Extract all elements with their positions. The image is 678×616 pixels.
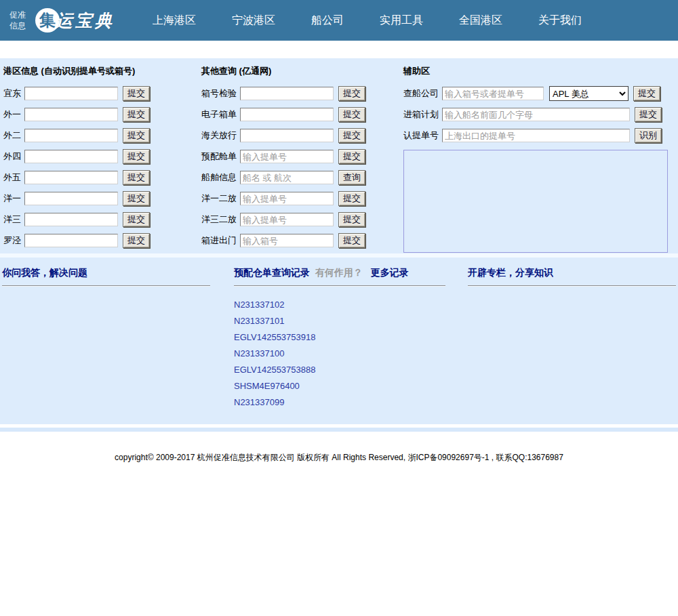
other-row-label: 箱进出门 xyxy=(201,234,237,247)
gate-inout-input[interactable] xyxy=(240,234,334,247)
record-link[interactable]: SHSM4E976400 xyxy=(234,378,445,394)
other-row-customs-release: 海关放行 提交 xyxy=(201,128,399,143)
bl-recognize-input[interactable] xyxy=(442,129,630,142)
port-submit-waiwu[interactable]: 提交 xyxy=(123,170,150,185)
nav-links: 上海港区 宁波港区 船公司 实用工具 全国港区 关于我们 xyxy=(153,14,618,28)
yang1-release-input[interactable] xyxy=(240,192,334,205)
other-row-container-check: 箱号检验 提交 xyxy=(201,86,399,101)
port-submit-yangsan[interactable]: 提交 xyxy=(123,212,150,227)
qa-title: 你问我答，解决问题 xyxy=(2,267,210,279)
port-submit-yidong[interactable]: 提交 xyxy=(123,86,150,101)
auxiliary-column: 辅助区 查船公司 APL 美总 提交 进箱计划 提交 认提单号 识别 xyxy=(403,64,673,149)
qa-column: 你问我答，解决问题 xyxy=(2,267,210,287)
port-submit-waiyi[interactable]: 提交 xyxy=(123,107,150,122)
port-row-yangyi: 洋一 提交 xyxy=(3,191,199,206)
port-row-label: 罗泾 xyxy=(3,234,21,247)
ship-company-submit[interactable]: 提交 xyxy=(633,86,660,101)
records-list: N231337102 N231337101 EGLV142553753918 N… xyxy=(234,297,445,411)
aux-row-label: 认提单号 xyxy=(403,129,439,142)
port-input-waiyi[interactable] xyxy=(24,108,118,121)
aux-row-ship-company: 查船公司 APL 美总 提交 xyxy=(403,86,673,101)
nav-item-ningbo-port[interactable]: 宁波港区 xyxy=(232,14,275,28)
port-row-luojing: 罗泾 提交 xyxy=(3,233,199,248)
ship-company-input[interactable] xyxy=(442,87,544,100)
vessel-info-input[interactable] xyxy=(240,171,334,184)
port-row-label: 外一 xyxy=(3,108,21,121)
header-gap xyxy=(0,41,678,58)
port-input-waier[interactable] xyxy=(24,129,118,142)
port-input-waisi[interactable] xyxy=(24,150,118,163)
port-row-label: 外二 xyxy=(3,129,21,142)
share-divider xyxy=(468,285,676,287)
yang3-release-submit[interactable]: 提交 xyxy=(338,212,365,227)
port-input-waiwu[interactable] xyxy=(24,171,118,184)
record-link[interactable]: N231337100 xyxy=(234,346,445,362)
bl-recognize-button[interactable]: 识别 xyxy=(635,128,662,143)
e-container-list-submit[interactable]: 提交 xyxy=(338,107,365,122)
port-input-luojing[interactable] xyxy=(24,234,118,247)
container-check-input[interactable] xyxy=(240,87,334,100)
port-input-yangyi[interactable] xyxy=(24,192,118,205)
container-plan-submit[interactable]: 提交 xyxy=(635,107,662,122)
auxiliary-result-box xyxy=(403,150,668,253)
port-submit-waier[interactable]: 提交 xyxy=(123,128,150,143)
records-more-link[interactable]: 更多记录 xyxy=(371,267,409,278)
footer: copyright© 2009-2017 杭州促准信息技术有限公司 版权所有 A… xyxy=(0,432,678,464)
port-input-yidong[interactable] xyxy=(24,87,118,100)
ship-company-select[interactable]: APL 美总 xyxy=(549,86,629,101)
record-link[interactable]: N231337099 xyxy=(234,394,445,411)
nav-item-about-us[interactable]: 关于我们 xyxy=(538,14,582,28)
manifest-input[interactable] xyxy=(240,150,334,163)
nav-item-shipping-company[interactable]: 船公司 xyxy=(311,14,344,28)
port-row-yidong: 宜东 提交 xyxy=(3,86,199,101)
port-row-label: 洋一 xyxy=(3,192,21,205)
record-link[interactable]: N231337101 xyxy=(234,313,445,329)
nav-item-national-ports[interactable]: 全国港区 xyxy=(459,14,502,28)
other-row-gate-inout: 箱进出门 提交 xyxy=(201,233,399,248)
other-query-column: 其他查询 (亿通网) 箱号检验 提交 电子箱单 提交 海关放行 提交 预配舱单 … xyxy=(201,64,399,254)
port-input-yangsan[interactable] xyxy=(24,213,118,226)
yang1-release-submit[interactable]: 提交 xyxy=(338,191,365,206)
other-row-label: 船舶信息 xyxy=(201,171,237,184)
copyright-text: copyright© 2009-2017 杭州促准信息技术有限公司 版权所有 A… xyxy=(0,452,678,464)
port-row-waiwu: 外五 提交 xyxy=(3,170,199,185)
port-submit-yangyi[interactable]: 提交 xyxy=(123,191,150,206)
qa-divider xyxy=(2,285,210,287)
share-title: 开辟专栏，分享知识 xyxy=(468,267,676,279)
e-container-list-input[interactable] xyxy=(240,108,334,121)
port-submit-waisi[interactable]: 提交 xyxy=(123,149,150,164)
record-link[interactable]: N231337102 xyxy=(234,297,445,313)
yang3-release-input[interactable] xyxy=(240,213,334,226)
records-title: 预配仓单查询记录 xyxy=(234,267,310,278)
other-row-label: 海关放行 xyxy=(201,129,237,142)
port-row-waiyi: 外一 提交 xyxy=(3,107,199,122)
record-link[interactable]: EGLV142553753918 xyxy=(234,329,445,346)
site-logo[interactable]: 促准 信息 集 运宝典 xyxy=(0,8,115,33)
records-hint-link[interactable]: 有何作用？ xyxy=(315,267,363,278)
manifest-submit[interactable]: 提交 xyxy=(338,149,365,164)
record-link[interactable]: EGLV142553753888 xyxy=(234,362,445,378)
container-plan-input[interactable] xyxy=(442,108,630,121)
customs-release-input[interactable] xyxy=(240,129,334,142)
other-row-label: 预配舱单 xyxy=(201,150,237,163)
port-submit-luojing[interactable]: 提交 xyxy=(123,233,150,248)
port-info-title: 港区信息 (自动识别提单号或箱号) xyxy=(3,65,199,77)
customs-release-submit[interactable]: 提交 xyxy=(338,128,365,143)
port-info-column: 港区信息 (自动识别提单号或箱号) 宜东 提交 外一 提交 外二 提交 外四 提… xyxy=(3,64,199,254)
aux-row-container-plan: 进箱计划 提交 xyxy=(403,107,673,122)
port-row-waisi: 外四 提交 xyxy=(3,149,199,164)
records-divider xyxy=(234,285,445,287)
share-column: 开辟专栏，分享知识 xyxy=(468,267,676,287)
nav-item-shanghai-port[interactable]: 上海港区 xyxy=(153,14,196,28)
other-row-yang1-release: 洋一二放 提交 xyxy=(201,191,399,206)
logo-brand-text: 运宝典 xyxy=(56,9,115,32)
container-check-submit[interactable]: 提交 xyxy=(338,86,365,101)
vessel-info-query[interactable]: 查询 xyxy=(338,170,365,185)
other-row-label: 洋三二放 xyxy=(201,213,237,226)
gate-inout-submit[interactable]: 提交 xyxy=(338,233,365,248)
other-row-e-container-list: 电子箱单 提交 xyxy=(201,107,399,122)
port-row-label: 宜东 xyxy=(3,87,21,100)
port-row-label: 外四 xyxy=(3,150,21,163)
other-query-title: 其他查询 (亿通网) xyxy=(201,65,399,77)
nav-item-tools[interactable]: 实用工具 xyxy=(380,14,423,28)
